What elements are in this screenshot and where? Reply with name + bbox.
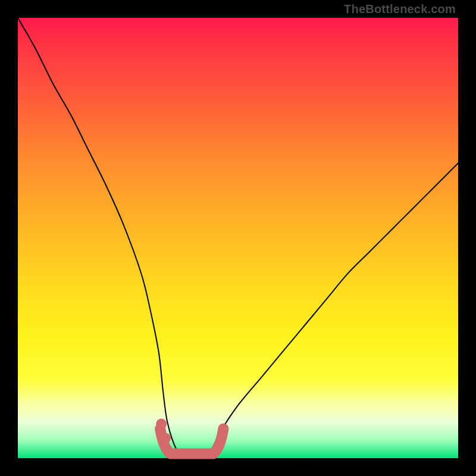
plot-frame xyxy=(18,18,458,458)
watermark-text: TheBottleneck.com xyxy=(344,2,456,16)
bottleneck-curve xyxy=(18,18,458,459)
trough-dot xyxy=(156,419,167,430)
trough-dot xyxy=(160,433,171,444)
chart-svg xyxy=(18,18,458,458)
